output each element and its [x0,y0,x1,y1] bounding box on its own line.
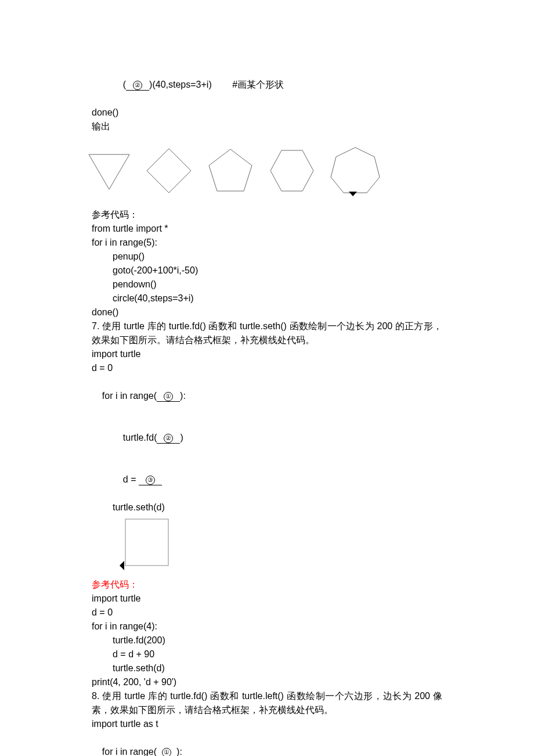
code-line: d = 0 [92,361,442,375]
svg-marker-0 [89,154,129,189]
code-line: d = d + 90 [92,647,442,661]
text: for i in range( [102,391,157,401]
code-line: for i in range(4): [92,620,442,633]
svg-marker-4 [331,147,380,193]
text: ): [180,391,186,401]
circled-1: ① [164,392,173,401]
circled-2: ② [133,81,142,90]
code-line: import turtle [92,347,442,361]
text: turtle.fd( [123,433,157,442]
svg-marker-1 [147,149,191,193]
code-line: for i in range(5): [92,236,442,250]
ref-heading: 参考代码： [92,208,442,222]
q6-output-shapes [86,139,442,202]
code-line: penup() [92,250,442,264]
turtle-cursor-icon [349,192,357,196]
page: (②)(40,steps=3+i) #画某个形状 done() 输出 参考代码：… [0,0,534,756]
q6-output-label: 输出 [92,120,442,134]
heptagon-shape [329,144,382,197]
text: d = [123,474,139,484]
hexagon-shape [267,146,317,196]
code-line: pendown() [92,278,442,291]
svg-rect-5 [125,519,168,566]
blank-1: ① [157,391,180,402]
code-line: print(4, 200, 'd + 90') [92,675,442,689]
text: ): [176,747,182,756]
code-line: turtle.seth(d) [92,501,442,514]
q8-prompt: 8. 使用 turtle 库的 turtle.fd() 函数和 turtle.l… [92,689,442,717]
code-line: import turtle [92,592,442,606]
triangle-shape [86,147,132,194]
blank-2: ② [126,80,149,91]
code-line: d = ③ [92,459,442,501]
code-line: turtle.seth(d) [92,661,442,675]
text: for i in range( [102,747,157,756]
circled-3: ③ [146,476,155,485]
code-line: import turtle as t [92,717,442,731]
q7-prompt: 7. 使用 turtle 库的 turtle.fd() 函数和 turtle.s… [92,319,442,347]
square-shape [118,517,171,573]
circled-1: ① [162,748,171,756]
code-line: done() [92,305,442,319]
code-line: goto(-200+100*i,-50) [92,264,442,278]
circled-2: ② [164,434,173,443]
blank-3: ③ [139,475,162,485]
blank-2: ② [157,433,180,444]
code-line: for i in range(①): [92,731,442,756]
code-line: turtle.fd(200) [92,633,442,647]
ref-heading: 参考代码： [92,578,442,592]
code-line: circle(40,steps=3+i) [92,291,442,305]
code-line: for i in range(①): [92,375,442,417]
svg-marker-3 [270,150,313,191]
pentagon-shape [205,146,255,196]
code-line: d = 0 [92,606,442,620]
q6-done: done() [92,106,442,120]
text: )(40,steps=3+i) #画某个形状 [149,80,284,89]
turtle-cursor-icon [120,561,124,570]
blank-1: ① [157,747,176,756]
text: ) [180,433,183,442]
code-line: from turtle import * [92,222,442,236]
q7-figure [118,517,442,577]
svg-marker-2 [209,149,252,191]
q6-code-line: (②)(40,steps=3+i) #画某个形状 [92,64,442,106]
diamond-shape [144,146,194,196]
code-line: turtle.fd(②) [92,417,442,459]
